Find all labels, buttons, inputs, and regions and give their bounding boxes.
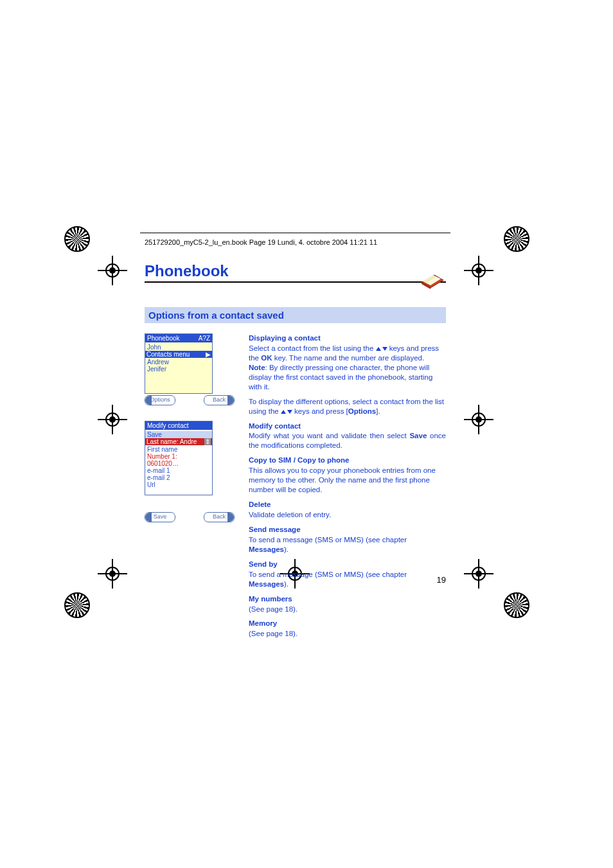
ps2-softkey-back: Back bbox=[204, 512, 235, 522]
ps2-softkey-save: Save bbox=[145, 512, 175, 522]
heading-memory: Memory bbox=[249, 619, 446, 628]
ps2-row-save: Save bbox=[145, 431, 212, 438]
crop-target-7 bbox=[464, 559, 493, 589]
reg-mark-left-2 bbox=[64, 592, 90, 618]
heading-modify-contact: Modify contact bbox=[249, 421, 446, 431]
heading-my-numbers: My numbers bbox=[249, 594, 446, 604]
crop-target-3 bbox=[98, 405, 127, 434]
page-title: Phonebook bbox=[145, 262, 446, 283]
ps1-item-jenifer: Jenifer bbox=[147, 366, 210, 373]
crop-target-4 bbox=[464, 405, 493, 434]
page-content: Phonebook Options from a contact saved P… bbox=[145, 262, 446, 644]
page-number: 19 bbox=[437, 575, 446, 585]
phone-screen-modify-contact: Modify contact Save Last name: Andre ⇕ F… bbox=[145, 421, 213, 495]
section-heading: Options from a contact saved bbox=[145, 307, 446, 323]
crop-target-1 bbox=[98, 256, 127, 285]
heading-copy: Copy to SIM / Copy to phone bbox=[249, 456, 446, 465]
ps1-item-andrew: Andrew bbox=[147, 359, 210, 366]
reg-mark-left-1 bbox=[64, 226, 90, 252]
ps2-row-email2: e-mail 2 bbox=[147, 474, 210, 481]
para-delete: Validate deletion of entry. bbox=[249, 510, 446, 520]
ps1-item-contacts-menu-arrow: ▶ bbox=[206, 351, 211, 358]
heading-send-by: Send by bbox=[249, 560, 446, 569]
para-my-numbers: (See page 18). bbox=[249, 605, 446, 614]
down-arrow-icon-2 bbox=[287, 410, 292, 414]
up-arrow-icon-2 bbox=[281, 410, 286, 414]
para-copy: This allows you to copy your phonebook e… bbox=[249, 466, 446, 495]
down-arrow-icon bbox=[382, 347, 387, 351]
ps2-row-number1: Number 1: 0601020… bbox=[147, 453, 210, 467]
heading-send-message: Send message bbox=[249, 525, 446, 535]
ps1-softkey-back: Back bbox=[204, 395, 235, 405]
ps2-title: Modify contact bbox=[147, 422, 188, 429]
ps1-item-contacts-menu: Contacts menu bbox=[147, 351, 190, 358]
ps1-item-john: John bbox=[147, 344, 210, 351]
heading-displaying-contact: Displaying a contact bbox=[249, 333, 446, 343]
ps2-row-email1: e-mail 1 bbox=[147, 467, 210, 474]
illustration-column: Phonebook A?Z John Contacts menu ▶ Andre… bbox=[145, 333, 235, 644]
phonebook-icon bbox=[419, 266, 446, 289]
para-send-by: To send a message (SMS or MMS) (see chap… bbox=[249, 570, 446, 589]
ps2-row-firstname: First name bbox=[147, 446, 210, 453]
crop-target-2 bbox=[464, 256, 493, 285]
ps1-title-left: Phonebook bbox=[147, 335, 180, 342]
body-text-column: Displaying a contact Select a contact fr… bbox=[249, 333, 446, 644]
para-displaying-1: Select a contact from the list using the… bbox=[249, 344, 446, 392]
para-memory: (See page 18). bbox=[249, 629, 446, 639]
ps2-row-lastname: Last name: Andre bbox=[147, 438, 197, 445]
phone-screen-phonebook: Phonebook A?Z John Contacts menu ▶ Andre… bbox=[145, 333, 213, 394]
heading-delete: Delete bbox=[249, 500, 446, 509]
para-send-message: To send a message (SMS or MMS) (see chap… bbox=[249, 535, 446, 554]
para-displaying-2: To display the different options, select… bbox=[249, 397, 446, 416]
up-arrow-icon bbox=[376, 347, 381, 351]
reg-mark-right-2 bbox=[504, 592, 529, 618]
crop-target-5 bbox=[98, 559, 127, 589]
doc-header-info: 251729200_myC5-2_lu_en.book Page 19 Lund… bbox=[145, 238, 446, 246]
header-rule bbox=[140, 233, 450, 233]
ps2-row-url: Url bbox=[147, 481, 210, 488]
ps2-row-lastname-scroll-icon: ⇕ bbox=[204, 438, 211, 445]
para-modify: Modify what you want and validate then s… bbox=[249, 431, 446, 450]
ps1-title-right: A?Z bbox=[199, 335, 210, 342]
reg-mark-right-1 bbox=[504, 226, 529, 252]
ps1-softkey-options: Options bbox=[145, 395, 175, 405]
